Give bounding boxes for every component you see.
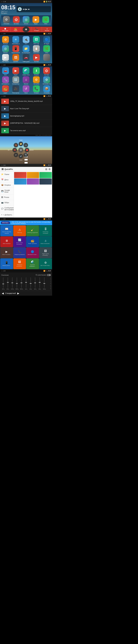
sb4-home-icon[interactable]: □	[3, 95, 4, 97]
page2-app-icon[interactable]: ◎ Chrome	[1, 45, 10, 54]
sb4-back-icon[interactable]: ←	[1, 95, 3, 97]
back-icon[interactable]: ←	[1, 1, 3, 2]
sb6-home-icon[interactable]: □	[3, 218, 4, 220]
sb7-back-icon[interactable]: ←	[1, 270, 3, 272]
photo-thumb-2[interactable]	[27, 172, 39, 178]
page2-app-icon[interactable]: 🖼 QuickPic	[11, 54, 21, 62]
page2-app-icon[interactable]: ▶ YouTube	[32, 54, 41, 62]
recents-icon[interactable]: ≡	[5, 1, 6, 2]
eq-slider-thumb[interactable]	[25, 282, 27, 283]
camera-bl-btn[interactable]: ↩	[14, 153, 18, 157]
eq-slider-track[interactable]	[8, 277, 8, 288]
home-app-icon[interactable]: ⏻ Заставка	[12, 16, 21, 24]
quickpic-sidebar-item[interactable]: 📁 Папки	[0, 172, 14, 177]
home-app-icon[interactable]: ◎ Chrome	[22, 16, 31, 24]
page3-app-icon[interactable]: 🌊 Живые обои	[21, 67, 31, 76]
sb6-back-icon[interactable]: ←	[1, 218, 3, 220]
manual-grid-item[interactable]: 🖼 Figure quick browsing...	[39, 248, 52, 258]
page2-app-icon[interactable]: 🚗 Traffic guard	[21, 54, 31, 62]
nav-menu-item-телефон[interactable]: 📞 Телефон	[31, 27, 42, 32]
eq-slider-track[interactable]	[26, 277, 26, 288]
music-controls[interactable]: ⏮ ▶ ⏭	[23, 8, 30, 10]
manual-grid-item[interactable]: ⚙ SET FUNCTION...	[39, 258, 52, 269]
sb5-back-icon[interactable]: ←	[1, 164, 3, 166]
play-pause-icon[interactable]: ▶	[25, 8, 27, 10]
camera-tl-btn[interactable]: 🔕	[14, 143, 18, 148]
quickpic-sidebar-item[interactable]: + + Добавить	[0, 212, 14, 218]
quickpic-sidebar-item[interactable]: 📦 Dropbox	[0, 182, 14, 188]
video-list-item[interactable]: ▶ Arjun I Love This Song.mp4	[0, 105, 52, 112]
sb5-home-icon[interactable]: □	[3, 164, 4, 166]
eq-slider-track[interactable]	[17, 277, 17, 288]
eq-slider-track[interactable]	[3, 277, 4, 288]
photo-thumb-6[interactable]	[39, 178, 52, 184]
page2-app-icon[interactable]: 📁 ES Проводник	[21, 45, 31, 54]
eq-slider-track[interactable]	[21, 277, 22, 288]
eq-next-btn[interactable]: ▶	[17, 292, 20, 295]
nav-menu-center[interactable]: ❖	[23, 27, 29, 32]
photo-thumb-5[interactable]	[27, 178, 39, 184]
eq-slider-track[interactable]	[35, 277, 35, 288]
page2-app-icon[interactable]: ⚙ Функции	[1, 36, 10, 44]
eq-slider-thumb[interactable]	[2, 284, 4, 284]
quickpic-settings-icon[interactable]: ⚙	[48, 168, 51, 171]
manual-grid-item[interactable]: 📞 Telephony features	[13, 248, 26, 258]
eq-toggle-btn[interactable]	[47, 274, 51, 276]
eq-slider-thumb[interactable]	[16, 283, 18, 284]
page3-app-icon[interactable]: ▶ Видео	[11, 67, 21, 76]
eq-slider-thumb[interactable]	[21, 282, 22, 283]
eq-slider-thumb[interactable]	[11, 282, 13, 283]
photo-thumb-4[interactable]	[14, 178, 27, 184]
page3-app-icon[interactable]: 🔢 Калькулятор	[11, 76, 21, 85]
manual-grid-item[interactable]: 🖼 Wallpaper functional...	[13, 258, 26, 269]
camera-topright-btn[interactable]: 📹	[24, 143, 28, 148]
sb3-recents-icon[interactable]: ≡	[5, 64, 6, 66]
page3-app-icon[interactable]: 🔧 Инструменты	[1, 76, 10, 85]
page3-app-icon[interactable]: ⏻ Заставка	[42, 67, 51, 76]
next-track-icon[interactable]: ⏭	[28, 8, 30, 10]
camera-folder-btn[interactable]: 📁 Раздел	[19, 142, 23, 146]
video-list-item[interactable]: ▶ 1080p_TP_Wonder.Girls_Nobody_kbs2HD.mp…	[0, 98, 52, 105]
page3-app-icon[interactable]: ↺ Сброс	[21, 85, 31, 94]
sb3-back-icon[interactable]: ←	[1, 64, 3, 66]
video-list-item[interactable]: ▶ [1080P.MP4]A Pink - NoNoNo(官方版).mp4	[0, 120, 52, 127]
eq-slider-track[interactable]	[30, 277, 31, 288]
page2-app-icon[interactable]: 🖼 Boot Logo	[32, 36, 41, 44]
eq-prev-btn[interactable]: ◀	[1, 292, 4, 295]
home-icon[interactable]: □	[3, 1, 4, 2]
page2-app-icon[interactable]: 🔌 AUX	[21, 36, 31, 44]
nav-menu-item-радио[interactable]: 📻 Радио	[11, 27, 21, 32]
page3-app-icon[interactable]: 📻 радио	[1, 85, 10, 94]
sb2-home-icon[interactable]: □	[3, 33, 4, 34]
nav-menu-item-навигация[interactable]: ⬟ Навигация	[0, 27, 11, 32]
sb4-recents-icon[interactable]: ≡	[5, 95, 6, 97]
eq-slider-track[interactable]	[12, 277, 13, 288]
page3-app-icon[interactable]: ♫ Музыка	[21, 76, 31, 85]
home-app-icon[interactable]: 🌿 Обои	[41, 16, 50, 24]
sb5-recents-icon[interactable]: ≡	[5, 164, 6, 166]
nav-menu-item-музыка[interactable]: ♫ Музыка	[42, 27, 52, 32]
photo-thumb-1[interactable]	[14, 172, 27, 178]
quickpic-sidebar-item[interactable]: 💬 Сообщения фотографии	[0, 205, 14, 212]
nav-menu-item-2[interactable]: ❖	[21, 27, 31, 32]
home-app-icon[interactable]: ▶ Видео	[31, 16, 40, 24]
manual-grid-item[interactable]: ♫ Music functional...	[39, 236, 52, 247]
page3-app-icon[interactable]: 📞 Телефон	[32, 85, 41, 94]
page3-app-icon[interactable]: 📦 Установки	[42, 85, 51, 94]
page3-app-icon[interactable]: 🚗 Авто	[1, 67, 10, 76]
page3-app-icon[interactable]: ⬇ Загрузки	[32, 67, 41, 76]
manual-grid-item[interactable]: 🎛 Panel Key Functions	[39, 226, 52, 236]
camera-left-btn[interactable]: ❌ Нет	[13, 148, 17, 152]
page2-app-icon[interactable]: ▶ Play Маркет	[1, 54, 10, 62]
manual-grid-item[interactable]: 🔄 Boot LOGO functional...	[13, 236, 26, 247]
manual-grid-item[interactable]: 🧹 cleaning equipment	[26, 226, 39, 236]
prev-track-icon[interactable]: ⏮	[23, 8, 25, 10]
sb7-home-icon[interactable]: □	[3, 270, 4, 272]
eq-slider-track[interactable]	[39, 277, 40, 288]
page2-app-icon[interactable]: 📱 EasyConnectio	[11, 45, 21, 54]
quickpic-grid-icon[interactable]: ⊞	[45, 168, 47, 171]
manual-grid-item[interactable]: ⚠ Warning	[13, 226, 26, 236]
quickpic-sidebar-item[interactable]: 🖼 Picasa	[0, 194, 14, 200]
eq-slider-thumb[interactable]	[7, 282, 9, 283]
quickpic-sidebar-item[interactable]: 💾 Google Drive	[0, 188, 14, 194]
